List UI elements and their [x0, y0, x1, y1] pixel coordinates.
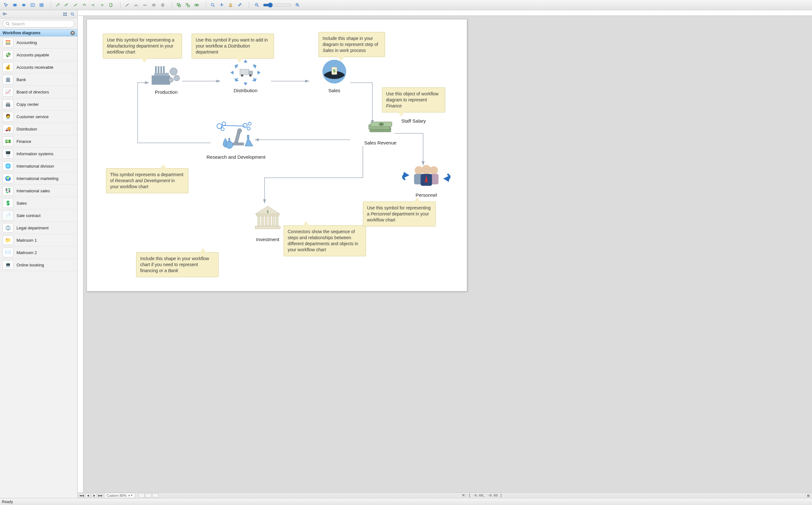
line-tool[interactable] — [123, 1, 131, 9]
svg-rect-15 — [188, 5, 189, 7]
node-distribution[interactable]: Distribution — [220, 59, 271, 93]
connector-elbow-tool[interactable] — [63, 1, 71, 9]
connector-direct-tool[interactable] — [53, 1, 62, 9]
shape-thumbnail-icon: ⚖️ — [3, 223, 13, 232]
text-tool[interactable] — [28, 1, 37, 9]
node-sales[interactable]: $ Sales — [309, 59, 360, 93]
canvas-area: Use this symbol for representing a Manuf… — [78, 10, 812, 498]
shape-thumbnail-icon: 🏛️ — [3, 75, 13, 84]
shape-item[interactable]: 💻Online booking — [0, 259, 78, 271]
node-investment[interactable]: $ — [239, 200, 296, 242]
arc-tool[interactable] — [132, 1, 140, 9]
toolbar-separator — [51, 2, 51, 9]
library-section-header[interactable]: Workflow diagrams ✕ — [0, 29, 78, 36]
page-next-button[interactable]: ▶ — [92, 493, 97, 498]
connector-tree-tool[interactable] — [80, 1, 89, 9]
canvas-page[interactable]: Use this symbol for representing a Manuf… — [87, 19, 467, 292]
zoom-tool[interactable] — [209, 1, 217, 9]
align-tool[interactable] — [193, 1, 201, 9]
page-tab[interactable] — [138, 493, 145, 498]
shape-item[interactable]: 🧑‍💼Customer service — [0, 111, 78, 123]
main-area: Workflow diagrams ✕ 🧮Accounting💸Accounts… — [0, 10, 812, 498]
callout-text: Use this symbol for representing a Perso… — [367, 205, 431, 222]
shape-item[interactable]: 🏛️Bank — [0, 73, 78, 86]
connector-merge-tool[interactable] — [98, 1, 106, 9]
pointer-tool[interactable] — [2, 1, 10, 9]
page-prev-button[interactable]: ◀ — [85, 493, 90, 498]
shape-item[interactable]: 💲Sales — [0, 197, 78, 209]
shape-item[interactable]: 🚚Distribution — [0, 123, 78, 135]
pan-tool[interactable] — [218, 1, 226, 9]
eyedropper-tool[interactable] — [235, 1, 244, 9]
page-tab[interactable] — [152, 493, 158, 498]
page-tab[interactable] — [145, 493, 152, 498]
shape-item[interactable]: 📁Mailroom 1 — [0, 234, 78, 246]
shape-thumbnail-icon: 🧮 — [3, 38, 13, 47]
svg-rect-64 — [233, 143, 244, 145]
shape-item[interactable]: 📄Sale contract — [0, 209, 78, 222]
close-section-icon[interactable]: ✕ — [71, 31, 75, 35]
library-grid-view-icon[interactable] — [62, 11, 69, 17]
callout-finance: Use this object of workflow diagram to r… — [382, 88, 445, 113]
svg-text:$: $ — [267, 210, 269, 213]
toolbar-separator — [172, 2, 172, 9]
svg-text:$: $ — [333, 68, 336, 73]
connector-page-tool[interactable] — [107, 1, 115, 9]
svg-rect-0 — [13, 4, 17, 6]
page-last-button[interactable]: ▶▶ — [98, 493, 103, 498]
table-tool[interactable] — [37, 1, 46, 9]
svg-rect-47 — [240, 69, 249, 75]
canvas-scroll[interactable]: Use this symbol for representing a Manuf… — [84, 16, 812, 492]
shape-item[interactable]: 💸Accounts payable — [0, 49, 78, 61]
shape-thumbnail-icon: 📁 — [3, 235, 13, 245]
library-search-icon[interactable] — [69, 11, 76, 17]
freeform-tool[interactable] — [141, 1, 149, 9]
flip-h-tool[interactable] — [150, 1, 158, 9]
node-rnd[interactable]: Research and Development — [201, 121, 271, 160]
lab-icon — [211, 121, 261, 152]
bank-icon: $ — [252, 200, 283, 235]
page-first-button[interactable]: ◀◀ — [79, 493, 84, 498]
node-salary-label: Staff Salary — [391, 118, 436, 124]
svg-point-59 — [222, 122, 226, 125]
zoom-range[interactable] — [263, 3, 292, 8]
connector-curve-tool[interactable] — [71, 1, 80, 9]
layout-mode-icon[interactable]: ▦ — [806, 493, 811, 498]
shape-item[interactable]: 💵Finance — [0, 135, 78, 148]
shape-item[interactable]: ⚖️Legal department — [0, 222, 78, 234]
svg-rect-72 — [256, 214, 279, 216]
library-tree-icon[interactable] — [1, 11, 8, 17]
zoom-out-button[interactable] — [253, 1, 261, 9]
shape-item[interactable]: 💰Accounts receivable — [0, 61, 78, 73]
node-label: Sales Revenue — [364, 140, 396, 145]
svg-rect-30 — [64, 12, 65, 14]
shape-item-label: Bank — [16, 77, 26, 82]
shape-item[interactable]: 📈Board of directors — [0, 86, 78, 98]
shape-item[interactable]: 🧮Accounting — [0, 36, 78, 49]
ungroup-tool[interactable] — [184, 1, 192, 9]
stamp-tool[interactable] — [226, 1, 235, 9]
shape-item[interactable]: 💱International sales — [0, 185, 78, 197]
shape-item[interactable]: 🌐International division — [0, 160, 78, 172]
flip-v-tool[interactable] — [158, 1, 167, 9]
shape-thumbnail-icon: 🌍 — [3, 174, 13, 183]
rect-tool[interactable] — [11, 1, 19, 9]
svg-point-17 — [196, 4, 197, 5]
shape-item[interactable]: 🖥️Information systems — [0, 148, 78, 160]
node-production[interactable]: Production — [141, 60, 192, 95]
ellipse-tool[interactable] — [20, 1, 28, 9]
library-search-input[interactable] — [3, 20, 75, 28]
zoom-combo[interactable]: Custom 80% ▲▼ — [104, 493, 135, 498]
zoom-in-button[interactable] — [294, 1, 302, 9]
svg-rect-31 — [65, 12, 67, 14]
shape-item-label: Sale contract — [16, 213, 40, 218]
shape-thumbnail-icon: 💻 — [3, 260, 13, 270]
shape-item[interactable]: ✉️Mailroom 2 — [0, 246, 78, 259]
node-personnel[interactable]: Personnel — [398, 162, 455, 198]
svg-point-34 — [71, 13, 73, 15]
zoom-label: Custom 80% — [107, 494, 127, 497]
group-tool[interactable] — [175, 1, 183, 9]
shape-item[interactable]: 🌍International marketing — [0, 172, 78, 185]
shape-item[interactable]: 🖨️Copy center — [0, 98, 78, 111]
connector-split-tool[interactable] — [89, 1, 97, 9]
